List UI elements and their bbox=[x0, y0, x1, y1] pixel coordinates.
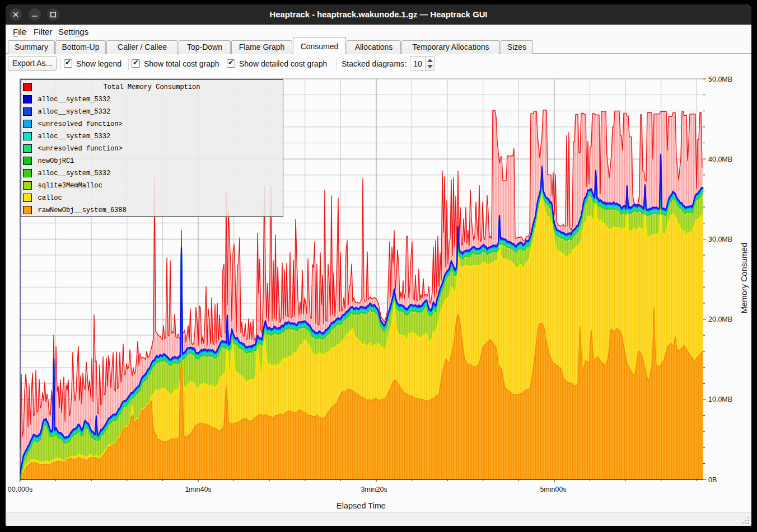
svg-text:Elapsed Time: Elapsed Time bbox=[337, 501, 386, 510]
svg-text:40,0MB: 40,0MB bbox=[708, 156, 732, 163]
svg-text:Memory Consumed: Memory Consumed bbox=[740, 243, 749, 314]
svg-text:20,0MB: 20,0MB bbox=[708, 316, 732, 323]
svg-text:1min40s: 1min40s bbox=[185, 486, 211, 493]
svg-text:3min20s: 3min20s bbox=[361, 486, 387, 493]
svg-text:30,0MB: 30,0MB bbox=[708, 236, 732, 243]
svg-text:5min00s: 5min00s bbox=[540, 486, 566, 493]
svg-text:50,0MB: 50,0MB bbox=[708, 76, 732, 83]
svg-text:0B: 0B bbox=[708, 476, 717, 484]
svg-text:00.000s: 00.000s bbox=[8, 486, 32, 493]
svg-text:10,0MB: 10,0MB bbox=[708, 396, 732, 403]
